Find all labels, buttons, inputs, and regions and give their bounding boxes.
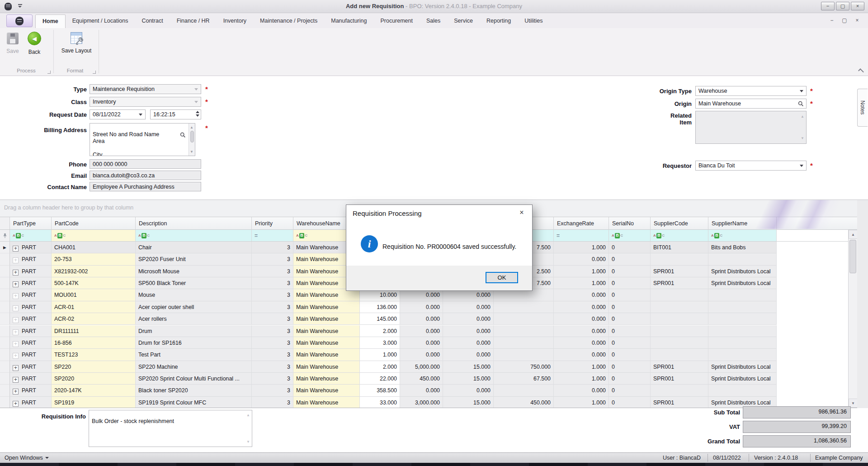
grid-cell[interactable]: 0 (609, 289, 651, 301)
grid-cell[interactable]: 2020-147K (52, 385, 136, 396)
grid-cell[interactable]: +PART (10, 349, 52, 361)
table-row[interactable]: +PART2020-147KBlack toner SP20203Main Wa… (0, 385, 857, 396)
grid-cell[interactable]: 0.000 (400, 301, 443, 313)
tab-inventory[interactable]: Inventory (217, 14, 253, 28)
ok-button[interactable]: OK (486, 272, 518, 283)
column-header-suppliername[interactable]: SupplierName (708, 217, 777, 230)
filter-cell[interactable]: ABC (10, 230, 52, 241)
filter-cell[interactable]: ABC (651, 230, 708, 241)
search-icon[interactable] (798, 101, 804, 107)
column-header-exchangerate[interactable]: ExchangeRate (554, 217, 609, 230)
close-icon[interactable]: × (517, 208, 527, 218)
grid-cell[interactable]: 0.000 (554, 349, 609, 361)
grid-cell[interactable]: Bits and Bobs (708, 242, 777, 253)
tab-procurement[interactable]: Procurement (373, 14, 420, 28)
expand-icon[interactable]: + (13, 341, 19, 347)
open-windows-button[interactable]: Open Windows (5, 455, 49, 461)
expand-icon[interactable]: + (13, 317, 19, 323)
grid-cell[interactable] (651, 337, 708, 349)
grid-cell[interactable]: Drum (136, 325, 252, 337)
grid-cell[interactable] (651, 349, 708, 361)
grid-cell[interactable]: 450.000 (400, 373, 443, 385)
grid-cell[interactable]: 3 (252, 325, 293, 337)
chevron-down-icon[interactable] (800, 165, 803, 167)
grid-cell[interactable]: Main Warehouse (293, 361, 360, 373)
grid-cell[interactable]: 0.000 (554, 301, 609, 313)
tab-home[interactable]: Home (35, 14, 66, 28)
expand-icon[interactable]: + (13, 293, 19, 299)
grid-cell[interactable]: X821932-002 (52, 266, 136, 277)
search-icon[interactable] (180, 125, 186, 131)
grid-cell[interactable]: 0.000 (554, 289, 609, 301)
grid-cell[interactable]: 3 (252, 349, 293, 361)
grid-cell[interactable]: 0.000 (443, 289, 494, 301)
grid-cell[interactable] (494, 325, 554, 337)
grid-cell[interactable]: 145.000 (360, 313, 400, 325)
grid-cell[interactable]: 0.000 (400, 337, 443, 349)
grid-cell[interactable]: Microsoft Mouse (136, 266, 252, 277)
mdi-minimize-icon[interactable]: − (826, 15, 838, 25)
maximize-button[interactable]: ▢ (836, 2, 849, 10)
expand-icon[interactable]: + (13, 401, 19, 407)
grid-cell[interactable]: 2.000 (360, 325, 400, 337)
grid-cell[interactable]: Main Warehouse (293, 373, 360, 385)
requisition-info-field[interactable]: Bulk Order - stock replenishment ▲ ▼ (89, 410, 252, 447)
grid-cell[interactable]: 1.000 (554, 361, 609, 373)
grid-cell[interactable]: Black toner SP2020 (136, 385, 252, 396)
request-time-field[interactable]: 16:22:15 (150, 109, 201, 119)
column-header-suppliercode[interactable]: SupplierCode (651, 217, 708, 230)
scroll-up-icon[interactable]: ▲ (246, 412, 250, 418)
grid-cell[interactable]: 0.000 (443, 385, 494, 396)
grid-cell[interactable]: 0 (609, 361, 651, 373)
grid-cell[interactable]: 3 (252, 289, 293, 301)
table-row[interactable]: +PARTSP220SP220 Machine3Main Warehouse2.… (0, 361, 857, 373)
grid-cell[interactable] (708, 385, 777, 396)
grid-cell[interactable]: 750.000 (494, 361, 554, 373)
expand-icon[interactable]: + (13, 246, 19, 252)
expand-icon[interactable]: + (13, 305, 19, 311)
grid-cell[interactable] (494, 349, 554, 361)
grid-cell[interactable]: Drum for SP1616 (136, 337, 252, 349)
billing-address-field[interactable]: Street No and Road Name Area City ▲ ▼ (90, 123, 195, 156)
grid-cell[interactable]: SP220 (52, 361, 136, 373)
grid-cell[interactable]: SPR001 (651, 373, 708, 385)
expand-icon[interactable]: + (13, 353, 19, 359)
process-group-launcher-icon[interactable] (47, 71, 51, 74)
scroll-up-icon[interactable]: ▲ (849, 230, 857, 239)
grid-cell[interactable]: SPR001 (651, 361, 708, 373)
scroll-thumb[interactable] (190, 131, 194, 143)
tab-finance-hr[interactable]: Finance / HR (170, 14, 217, 28)
scroll-up-icon[interactable]: ▲ (190, 124, 193, 131)
column-header-partcode[interactable]: PartCode (52, 217, 136, 230)
save-layout-button[interactable]: Save Layout (61, 30, 92, 68)
close-button[interactable]: × (851, 2, 864, 10)
filter-cell[interactable]: = (252, 230, 293, 241)
column-header-priority[interactable]: Priority (252, 217, 293, 230)
grid-cell[interactable] (651, 325, 708, 337)
grid-cell[interactable]: 1.000 (554, 277, 609, 289)
grid-cell[interactable]: 0.000 (400, 313, 443, 325)
table-row[interactable]: +PARTSP2020SP2020 Sprint Colour Multi Fu… (0, 373, 857, 385)
type-field[interactable]: Maintenance Requisition (90, 84, 201, 94)
mdi-close-icon[interactable]: × (851, 15, 863, 25)
grid-cell[interactable]: 3 (252, 266, 293, 277)
requestor-field[interactable]: Bianca Du Toit (695, 161, 807, 171)
grid-cell[interactable]: 0.000 (443, 349, 494, 361)
grid-cell[interactable]: +PART (10, 325, 52, 337)
grid-cell[interactable] (494, 301, 554, 313)
grid-cell[interactable]: 1.000 (360, 349, 400, 361)
application-menu-button[interactable] (6, 14, 33, 27)
grid-cell[interactable]: +PART (10, 397, 52, 408)
grid-cell[interactable]: 136.000 (360, 301, 400, 313)
grid-cell[interactable]: 0.000 (443, 313, 494, 325)
grid-cell[interactable]: +PART (10, 253, 52, 265)
grid-cell[interactable] (708, 253, 777, 265)
scroll-up-icon[interactable]: ▲ (801, 113, 804, 120)
grid-cell[interactable]: 0.000 (554, 313, 609, 325)
grid-cell[interactable]: TEST123 (52, 349, 136, 361)
grid-cell[interactable]: 5,000.000 (400, 361, 443, 373)
grid-cell[interactable] (494, 385, 554, 396)
grid-cell[interactable]: 0.000 (400, 325, 443, 337)
tab-reporting[interactable]: Reporting (480, 14, 518, 28)
grid-cell[interactable]: Sprint Distributors Local (708, 373, 777, 385)
